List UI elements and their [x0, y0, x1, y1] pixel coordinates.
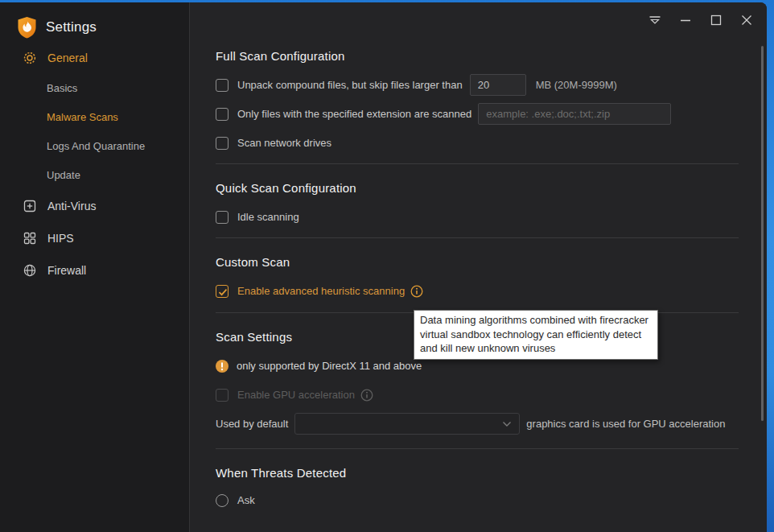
settings-window: Settings General Basics Malware Scans Lo…	[0, 2, 767, 532]
unpack-compound-files-label: Unpack compound files, but skip files la…	[237, 79, 463, 91]
sidebar-item-label: Firewall	[47, 264, 86, 277]
directx-warning-label: only supported by DirectX 11 and above	[237, 360, 422, 372]
extension-filter-checkbox[interactable]	[216, 108, 228, 121]
settings-content: Full Scan Configuration Unpack compound …	[190, 2, 767, 511]
skip-size-range-label: MB (20M-9999M)	[536, 79, 617, 91]
app-logo-shield-flame-icon	[17, 16, 37, 39]
sidebar-item-label: Malware Scans	[47, 111, 118, 123]
gpu-select-dropdown[interactable]	[294, 413, 520, 435]
globe-icon	[23, 263, 37, 278]
grid-squares-icon	[23, 231, 37, 245]
section-title-full-scan: Full Scan Configuration	[216, 48, 739, 64]
vertical-scrollbar-thumb[interactable]	[761, 46, 764, 421]
extension-filter-label: Only files with the specified extension …	[237, 108, 471, 120]
ask-option-row: Ask	[216, 489, 739, 511]
collapse-to-tray-icon[interactable]	[646, 11, 664, 29]
sidebar-item-basics[interactable]: Basics	[0, 80, 189, 96]
sidebar-item-label: General	[47, 52, 88, 64]
extension-filter-row: Only files with the specified extension …	[216, 103, 739, 125]
sidebar-item-update[interactable]: Update	[0, 167, 189, 183]
unpack-compound-files-row: Unpack compound files, but skip files la…	[216, 74, 739, 96]
default-gpu-row: Used by default graphics card is used fo…	[216, 413, 739, 435]
app-header: Settings	[0, 2, 189, 41]
skip-size-input[interactable]	[470, 74, 526, 96]
idle-scanning-checkbox[interactable]	[216, 211, 228, 224]
gpu-acceleration-label: Enable GPU acceleration	[237, 389, 355, 401]
scan-network-drives-row: Scan network drives	[216, 132, 739, 154]
sidebar-item-logs-and-quarantine[interactable]: Logs And Quarantine	[0, 138, 189, 154]
close-icon[interactable]	[738, 11, 755, 29]
scan-network-drives-label: Scan network drives	[237, 137, 331, 149]
sidebar-item-firewall[interactable]: Firewall	[0, 262, 189, 278]
ask-radio-label: Ask	[237, 494, 255, 506]
window-controls	[646, 11, 755, 29]
minimize-icon[interactable]	[677, 11, 694, 29]
heuristic-scanning-row: Enable advanced heuristic scanning	[216, 280, 739, 302]
main-panel: Full Scan Configuration Unpack compound …	[190, 2, 767, 532]
gpu-info-icon[interactable]	[360, 389, 373, 402]
maximize-icon[interactable]	[707, 11, 725, 29]
section-divider	[216, 163, 739, 164]
warning-icon	[216, 360, 228, 373]
sidebar-item-general[interactable]: General	[0, 50, 189, 66]
sidebar-item-label: Logs And Quarantine	[47, 140, 145, 152]
sidebar-item-hips[interactable]: HIPS	[0, 230, 189, 246]
heuristic-info-icon[interactable]	[410, 285, 423, 298]
ask-radio-button[interactable]	[216, 494, 228, 507]
section-divider	[216, 448, 739, 449]
heuristic-scanning-checkbox[interactable]	[216, 285, 228, 298]
unpack-compound-files-checkbox[interactable]	[216, 79, 228, 92]
sidebar-item-anti-virus[interactable]: Anti-Virus	[0, 198, 189, 214]
section-title-custom-scan: Custom Scan	[216, 254, 739, 270]
default-gpu-prefix-label: Used by default	[216, 418, 288, 430]
page-title: Settings	[46, 19, 97, 35]
gpu-acceleration-checkbox[interactable]	[216, 389, 228, 402]
sidebar-item-label: Anti-Virus	[47, 200, 96, 212]
gpu-acceleration-row: Enable GPU acceleration	[216, 384, 739, 406]
sidebar-nav: General Basics Malware Scans Logs And Qu…	[0, 50, 189, 278]
section-title-threats-detected: When Threats Detected	[216, 465, 739, 481]
scan-network-drives-checkbox[interactable]	[216, 137, 228, 150]
plus-square-icon	[23, 199, 37, 213]
section-title-quick-scan: Quick Scan Configuration	[216, 180, 739, 196]
section-divider	[216, 237, 739, 238]
extension-list-input[interactable]	[478, 103, 671, 125]
heuristic-tooltip: Data mining algorithms combined with fir…	[414, 310, 658, 360]
chevron-down-icon	[502, 421, 512, 427]
tooltip-text: Data mining algorithms combined with fir…	[420, 314, 648, 354]
gear-icon	[23, 51, 37, 65]
heuristic-scanning-label: Enable advanced heuristic scanning	[237, 285, 405, 297]
sidebar: Settings General Basics Malware Scans Lo…	[0, 2, 190, 532]
idle-scanning-row: Idle scanning	[216, 206, 739, 228]
default-gpu-suffix-label: graphics card is used for GPU accelerati…	[526, 418, 725, 430]
sidebar-item-label: Update	[47, 169, 80, 181]
idle-scanning-label: Idle scanning	[237, 211, 299, 223]
sidebar-item-label: Basics	[47, 82, 77, 94]
sidebar-item-label: HIPS	[47, 232, 74, 245]
sidebar-item-malware-scans[interactable]: Malware Scans	[0, 109, 189, 125]
